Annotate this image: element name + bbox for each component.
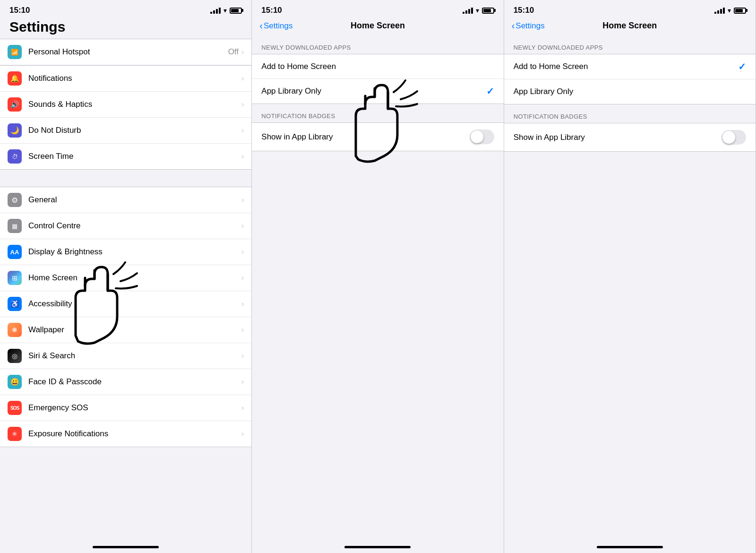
- status-bar: 15:10 ▾: [504, 0, 756, 19]
- sounds-label: Sounds & Haptics: [28, 100, 241, 109]
- nav-title: Home Screen: [602, 21, 657, 31]
- sounds-row[interactable]: 🔊 Sounds & Haptics ›: [0, 92, 251, 118]
- app-library-only-row[interactable]: App Library Only: [504, 79, 756, 104]
- accessibility-row[interactable]: ♿ Accessibility ›: [0, 291, 251, 317]
- status-icons: ▾: [210, 7, 242, 14]
- do-not-disturb-row[interactable]: 🌙 Do Not Disturb ›: [0, 118, 251, 144]
- notification-badges-header: NOTIFICATION BADGES: [504, 104, 756, 123]
- chevron-icon: ›: [241, 196, 244, 204]
- display-icon: AA: [8, 245, 22, 259]
- toggle-knob: [722, 131, 735, 144]
- status-time: 15:10: [261, 6, 282, 15]
- back-label: Settings: [515, 21, 544, 31]
- show-in-app-library-toggle[interactable]: [722, 130, 746, 145]
- section-group-1: 🔔 Notifications › 🔊 Sounds & Haptics › 🌙…: [0, 65, 251, 170]
- general-icon: ⚙: [8, 193, 22, 207]
- notification-badges-group: Show in App Library: [252, 122, 503, 151]
- general-row[interactable]: ⚙ General ›: [0, 187, 251, 213]
- wallpaper-row[interactable]: ❋ Wallpaper ›: [0, 317, 251, 343]
- home-screen-row[interactable]: ⊞ Home Screen ›: [0, 265, 251, 291]
- screen-time-row[interactable]: ⏱ Screen Time ›: [0, 144, 251, 169]
- notification-badges-group: Show in App Library: [504, 123, 756, 152]
- siri-icon: ◎: [8, 349, 22, 363]
- signal-icon: [714, 8, 725, 14]
- face-id-icon: 😀: [8, 375, 22, 389]
- back-chevron-icon: ‹: [512, 21, 515, 30]
- control-centre-label: Control Centre: [28, 221, 241, 231]
- nav-title: Home Screen: [351, 21, 405, 31]
- home-screen-panel-3: 15:10 ▾ ‹ Settings Home Screen NEWLY DOW…: [504, 0, 756, 553]
- back-label: Settings: [264, 21, 292, 31]
- home-screen-icon: ⊞: [8, 271, 22, 285]
- status-icons: ▾: [463, 7, 494, 14]
- face-id-label: Face ID & Passcode: [28, 377, 241, 387]
- show-in-app-library-row[interactable]: Show in App Library: [504, 123, 756, 151]
- show-in-app-library-toggle[interactable]: [470, 130, 494, 144]
- chevron-icon: ›: [241, 378, 244, 386]
- notifications-label: Notifications: [28, 74, 241, 83]
- siri-row[interactable]: ◎ Siri & Search ›: [0, 343, 251, 369]
- emergency-sos-row[interactable]: SOS Emergency SOS ›: [0, 395, 251, 421]
- notifications-icon: 🔔: [8, 71, 22, 86]
- hotspot-icon: 📶: [8, 45, 22, 59]
- battery-icon: [230, 8, 242, 14]
- chevron-icon: ›: [241, 248, 244, 256]
- section-group-2: ⚙ General › ▦ Control Centre › AA Displa…: [0, 187, 251, 447]
- app-library-only-label: App Library Only: [514, 87, 746, 96]
- chevron-icon: ›: [241, 352, 244, 360]
- chevron-icon: ›: [241, 152, 244, 161]
- app-library-only-row[interactable]: App Library Only ✓: [252, 79, 503, 104]
- back-button[interactable]: ‹ Settings: [259, 21, 292, 31]
- app-library-only-label: App Library Only: [261, 86, 486, 96]
- chevron-icon: ›: [241, 300, 244, 308]
- status-icons: ▾: [714, 7, 746, 14]
- personal-hotspot-row[interactable]: 📶 Personal Hotspot Off ›: [0, 39, 251, 65]
- settings-panel: 15:10 ▾ Settings 📶 Personal Hotspot Off …: [0, 0, 252, 553]
- control-centre-row[interactable]: ▦ Control Centre ›: [0, 213, 251, 239]
- add-to-home-label: Add to Home Screen: [261, 62, 494, 71]
- exposure-row[interactable]: ✳ Exposure Notifications ›: [0, 421, 251, 447]
- add-to-home-row[interactable]: Add to Home Screen ✓: [504, 54, 756, 79]
- wifi-icon: ▾: [728, 7, 731, 14]
- add-to-home-row[interactable]: Add to Home Screen: [252, 54, 503, 79]
- face-id-row[interactable]: 😀 Face ID & Passcode ›: [0, 369, 251, 395]
- chevron-icon: ›: [241, 326, 244, 334]
- emergency-sos-icon: SOS: [8, 401, 22, 415]
- section-gap: [0, 170, 251, 187]
- notification-badges-header: NOTIFICATION BADGES: [252, 104, 503, 122]
- display-brightness-row[interactable]: AA Display & Brightness ›: [0, 239, 251, 265]
- show-in-app-library-label: Show in App Library: [261, 132, 469, 142]
- hotspot-label: Personal Hotspot: [28, 47, 228, 57]
- chevron-icon: ›: [241, 100, 244, 109]
- settings-group-top: 📶 Personal Hotspot Off ›: [0, 39, 251, 65]
- back-chevron-icon: ‹: [259, 21, 263, 30]
- emergency-sos-label: Emergency SOS: [28, 403, 241, 413]
- status-time: 15:10: [9, 6, 30, 15]
- signal-icon: [210, 8, 221, 14]
- newly-downloaded-group: Add to Home Screen App Library Only ✓: [252, 54, 503, 104]
- battery-icon: [482, 8, 494, 14]
- wallpaper-icon: ❋: [8, 323, 22, 337]
- show-in-app-library-row[interactable]: Show in App Library: [252, 123, 503, 151]
- home-screen-panel-2: 15:10 ▾ ‹ Settings Home Screen NEWLY DOW…: [252, 0, 504, 553]
- show-in-app-library-label: Show in App Library: [514, 133, 722, 142]
- general-label: General: [28, 195, 241, 205]
- toggle-knob: [471, 130, 483, 143]
- chevron-icon: ›: [241, 430, 244, 438]
- battery-icon: [734, 8, 746, 14]
- newly-downloaded-header: NEWLY DOWNLOADED APPS: [504, 35, 756, 54]
- wifi-icon: ▾: [476, 7, 479, 14]
- nav-bar: ‹ Settings Home Screen: [252, 19, 503, 35]
- chevron-icon: ›: [241, 48, 244, 56]
- exposure-icon: ✳: [8, 427, 22, 441]
- home-bar: [344, 546, 411, 548]
- control-centre-icon: ▦: [8, 219, 22, 233]
- display-label: Display & Brightness: [28, 247, 241, 257]
- chevron-icon: ›: [241, 222, 244, 230]
- notifications-row[interactable]: 🔔 Notifications ›: [0, 66, 251, 92]
- chevron-icon: ›: [241, 274, 244, 282]
- back-button[interactable]: ‹ Settings: [512, 21, 545, 31]
- chevron-icon: ›: [241, 126, 244, 135]
- home-bar: [597, 546, 663, 548]
- add-to-home-label: Add to Home Screen: [514, 62, 738, 71]
